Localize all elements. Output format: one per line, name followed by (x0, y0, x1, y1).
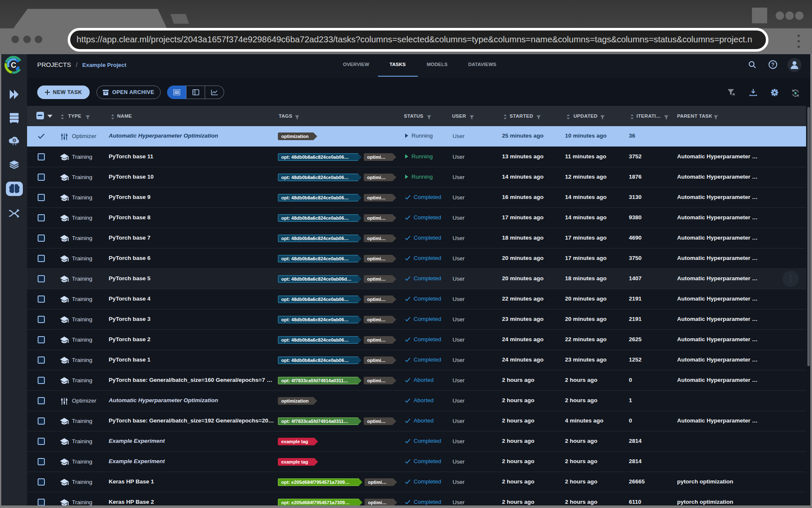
svg-text:C: C (11, 61, 16, 69)
svg-text:?: ? (771, 62, 774, 68)
